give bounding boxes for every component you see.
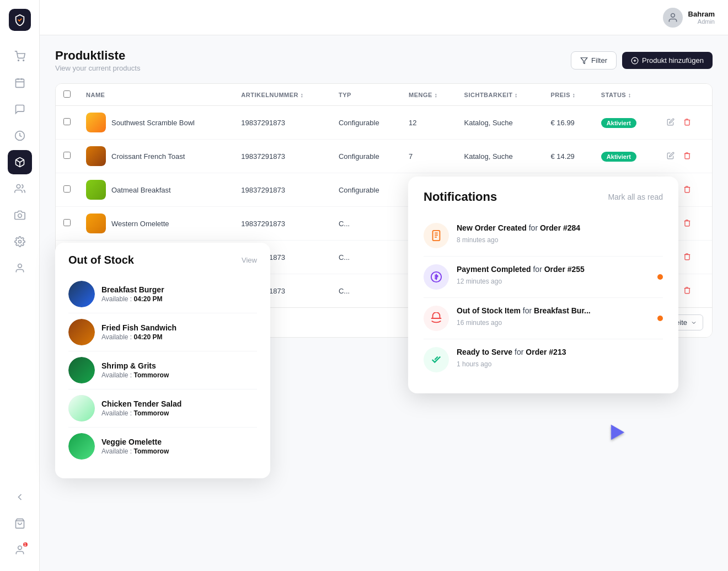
notif-list: New Order Created for Order #284 8 minut…	[424, 215, 663, 380]
notif-item[interactable]: Out of Stock Item for Breakfast Bur... 1…	[424, 298, 663, 339]
sidebar-item-settings[interactable]	[8, 230, 32, 254]
oos-item: Breakfast Burger Available : 04:20 PM	[68, 275, 257, 313]
select-all-header	[56, 84, 78, 106]
sidebar-item-bag[interactable]	[8, 511, 32, 536]
svg-point-11	[671, 13, 675, 17]
col-name: NAME	[78, 84, 233, 106]
row-checkbox-cell	[56, 207, 78, 241]
row-checkbox-cell	[56, 140, 78, 173]
cell-name: Croissant French Toast	[78, 140, 233, 173]
notif-icon	[424, 347, 449, 372]
user-name: Bahram	[688, 10, 715, 18]
col-qty: MENGE ↕	[401, 84, 457, 106]
product-name: Croissant French Toast	[111, 152, 185, 161]
sidebar-item-person[interactable]	[8, 256, 32, 280]
select-all-checkbox[interactable]	[63, 90, 71, 98]
oos-available-time: Available : 04:20 PM	[101, 333, 176, 341]
oos-product-name: Fried Fish Sandwich	[101, 323, 176, 332]
delete-button[interactable]	[681, 284, 693, 298]
notif-title: Notifications	[424, 190, 497, 204]
oos-product-image	[68, 357, 95, 383]
sidebar-nav	[8, 44, 32, 485]
product-image	[86, 214, 106, 233]
cell-name: Southwest Scramble Bowl	[78, 106, 233, 140]
page-title: Produktliste	[55, 49, 140, 63]
notif-icon	[424, 306, 449, 331]
delete-button[interactable]	[681, 217, 693, 231]
page-subtitle: View your current products	[55, 64, 140, 72]
edit-button[interactable]	[665, 150, 677, 163]
product-image	[86, 113, 106, 132]
product-image	[86, 180, 106, 200]
col-type: TYP	[331, 84, 401, 106]
row-checkbox[interactable]	[63, 219, 71, 226]
svg-rect-2	[15, 79, 24, 87]
notif-time: 16 minutes ago	[457, 319, 663, 327]
row-checkbox[interactable]	[63, 118, 71, 125]
edit-button[interactable]	[665, 116, 677, 130]
delete-button[interactable]	[681, 250, 693, 264]
col-actions	[657, 84, 712, 106]
oos-product-name: Veggie Omelette	[101, 437, 169, 446]
filter-button[interactable]: Filter	[571, 51, 617, 70]
topbar-user[interactable]: Bahram Admin	[663, 8, 715, 28]
mark-all-read-button[interactable]: Mark all as read	[608, 193, 663, 201]
oos-item: Fried Fish Sandwich Available : 04:20 PM	[68, 313, 257, 351]
oos-view-button[interactable]: View	[242, 256, 257, 264]
product-img-placeholder	[86, 113, 106, 132]
oos-available-time: Available : Tommorow	[101, 409, 181, 417]
oos-product-image	[68, 319, 95, 345]
row-checkbox[interactable]	[63, 185, 71, 193]
user-badge: 1	[23, 542, 28, 547]
oos-item: Chicken Tender Salad Available : Tommoro…	[68, 389, 257, 428]
status-badge: Aktiviert	[601, 152, 636, 162]
sidebar-item-camera[interactable]	[8, 203, 32, 227]
oos-item: Veggie Omelette Available : Tommorow	[68, 428, 257, 465]
product-img-placeholder	[86, 180, 106, 200]
delete-button[interactable]	[681, 183, 693, 197]
oos-title: Out of Stock	[68, 254, 134, 266]
cell-status: Aktiviert	[593, 140, 657, 173]
unread-dot	[657, 316, 663, 321]
cell-type: C...	[331, 241, 401, 274]
notif-text: Out of Stock Item for Breakfast Bur...	[457, 306, 663, 317]
sidebar-item-cart[interactable]	[8, 44, 32, 68]
notif-item[interactable]: Payment Completed for Order #255 12 minu…	[424, 257, 663, 298]
cell-qty: 7	[401, 140, 457, 173]
svg-point-6	[18, 214, 22, 218]
cell-price: € 16.99	[543, 106, 593, 140]
row-checkbox[interactable]	[63, 152, 71, 159]
sidebar-item-users[interactable]	[8, 177, 32, 201]
row-checkbox-cell	[56, 173, 78, 207]
app-logo[interactable]	[9, 9, 31, 31]
oos-product-name: Breakfast Burger	[101, 285, 164, 294]
oos-available-time: Available : Tommorow	[101, 371, 169, 379]
cell-actions	[657, 106, 712, 140]
sidebar-item-calendar[interactable]	[8, 71, 32, 95]
oos-product-image	[68, 433, 95, 460]
cell-type: Configurable	[331, 140, 401, 173]
sidebar-item-chat[interactable]	[8, 97, 32, 121]
sidebar-item-user-badge[interactable]: 1	[8, 538, 32, 562]
col-visibility: SICHTBARKEIT ↕	[457, 84, 543, 106]
notif-item[interactable]: Ready to Serve for Order #213 1 hours ag…	[424, 339, 663, 380]
delete-button[interactable]	[681, 150, 693, 163]
notif-text: New Order Created for Order #284	[457, 223, 663, 234]
sidebar-item-clock[interactable]	[8, 124, 32, 148]
product-img-placeholder	[86, 146, 106, 166]
add-product-button[interactable]: Produkt hinzufügen	[622, 52, 713, 69]
sidebar-item-products[interactable]	[8, 150, 32, 174]
unread-dot	[657, 274, 663, 280]
col-price: PREIS ↕	[543, 84, 593, 106]
cell-sku: 19837291873	[233, 173, 331, 207]
svg-point-8	[18, 264, 22, 268]
page-header: Produktliste View your current products …	[55, 49, 713, 72]
product-img-placeholder	[86, 214, 106, 233]
status-badge: Aktiviert	[601, 118, 636, 128]
delete-button[interactable]	[681, 116, 693, 130]
notif-item[interactable]: New Order Created for Order #284 8 minut…	[424, 215, 663, 257]
cell-type: C...	[331, 274, 401, 308]
cell-visibility: Katalog, Suche	[457, 106, 543, 140]
col-sku: ARTIKELNUMMER ↕	[233, 84, 331, 106]
sidebar-item-collapse[interactable]	[8, 485, 32, 509]
